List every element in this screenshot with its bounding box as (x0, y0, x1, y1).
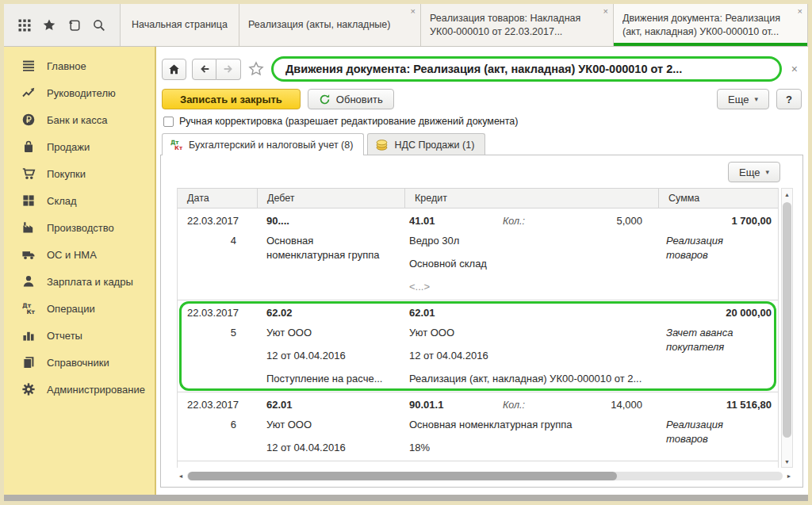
top-bar: Начальная страницаРеализация (акты, накл… (4, 4, 808, 47)
window-tab-home[interactable]: Начальная страница (121, 4, 239, 46)
sidebar-item-salary-hr[interactable]: Зарплата и кадры (4, 268, 155, 295)
detail-line: Уют ООО (409, 326, 658, 340)
tab-label: Бухгалтерский и налоговый учет (8) (189, 140, 353, 151)
table-body: 22.03.201790....41.01Кол.:5,0001 700,004… (178, 209, 778, 468)
table-row[interactable]: 22.03.201790....41.01Кол.:5,0001 700,004… (178, 209, 778, 300)
sidebar-item-main[interactable]: Главное (4, 52, 155, 79)
back-button[interactable] (192, 59, 216, 80)
factory-icon (21, 220, 36, 235)
window-bottom-edge (4, 495, 808, 501)
sidebar-item-label: ОС и НМА (47, 249, 97, 261)
vertical-scrollbar[interactable]: ▲ ▼ (781, 188, 793, 468)
more-label: Еще (728, 94, 749, 105)
detail-line: Ведро 30л (409, 234, 658, 248)
bar-chart-icon (21, 328, 36, 342)
home-button[interactable] (162, 59, 186, 80)
sidebar-item-directories[interactable]: Справочники (4, 349, 155, 376)
row-credit-details: Ведро 30лОсновной склад<...> (404, 234, 658, 294)
save-and-close-button[interactable]: Записать и закрыть (162, 89, 301, 109)
apps-grid-button[interactable] (15, 16, 34, 35)
window-tabs: Начальная страницаРеализация (акты, накл… (121, 4, 808, 46)
trend-chart-icon (21, 86, 36, 100)
help-button[interactable]: ? (776, 89, 802, 109)
vertical-scroll-track[interactable] (782, 200, 792, 456)
close-tab-icon[interactable]: × (798, 6, 802, 16)
star-icon (42, 18, 56, 33)
sidebar-item-label: Покупки (47, 168, 86, 180)
sidebar-item-label: Главное (47, 60, 86, 72)
manual-correction-checkbox[interactable] (163, 117, 174, 127)
sidebar-item-fixed-assets[interactable]: ОС и НМА (4, 241, 155, 268)
detail-line: Основная номенклатурная группа (409, 418, 658, 432)
sidebar-item-label: Операции (47, 303, 95, 315)
warehouse-icon (21, 193, 36, 208)
window-tab-label: Реализация товаров: Накладная УК00-00001… (430, 12, 597, 39)
row-quantity: 5,000 (525, 213, 658, 229)
horizontal-scrollbar[interactable]: ◄ ► (177, 470, 793, 482)
sidebar-item-bank-cash[interactable]: Банк и касса (4, 106, 155, 133)
vertical-scroll-thumb[interactable] (783, 202, 791, 438)
horizontal-scroll-track[interactable] (187, 472, 783, 480)
coins-icon (375, 138, 389, 151)
tab-vat-sales[interactable]: НДС Продажи (1) (367, 133, 485, 155)
table-more-button[interactable]: Еще ▾ (728, 162, 780, 182)
sidebar-item-label: Справочники (47, 357, 109, 369)
row-date: 22.03.2017 (178, 213, 257, 229)
forward-arrow-icon (222, 63, 235, 75)
sidebar-item-label: Производство (47, 222, 114, 234)
close-form-icon[interactable]: × (787, 63, 802, 75)
scroll-down-icon[interactable]: ▼ (782, 456, 792, 467)
row-debit-details: Основная номенклатурная группа (257, 234, 404, 294)
sidebar-item-operations[interactable]: ДтКтОперации (4, 295, 155, 322)
close-tab-icon[interactable]: × (411, 6, 416, 16)
menu-lines-icon (21, 59, 36, 73)
horizontal-scroll-thumb[interactable] (188, 472, 617, 480)
more-button[interactable]: Еще ▾ (717, 89, 769, 109)
apps-grid-icon (17, 18, 32, 33)
sidebar-item-manager[interactable]: Руководителю (4, 79, 155, 106)
window-tab-sales-invoice[interactable]: Реализация товаров: Накладная УК00-00001… (421, 4, 614, 46)
detail-line: Уют ООО (266, 418, 393, 432)
manual-correction-label: Ручная корректировка (разрешает редактир… (179, 116, 518, 127)
row-debit-details: Уют ООО12 от 04.04.2016Поступление на ра… (257, 326, 404, 386)
sidebar-item-administration[interactable]: Администрирование (4, 376, 155, 403)
sidebar-item-reports[interactable]: Отчеты (4, 322, 155, 349)
quantity-label: Кол.: (503, 213, 525, 229)
dtkt-color-icon: ДтКт (170, 138, 183, 151)
sidebar-item-purchases[interactable]: Покупки (4, 160, 155, 187)
sidebar-item-label: Администрирование (47, 384, 145, 396)
command-bar: Записать и закрыть Обновить Еще ▾ ? (160, 86, 803, 115)
column-header-1: Дебет (257, 189, 404, 208)
row-amount-note: Зачет аванса покупателя (658, 326, 755, 386)
row-debit-details: Уют ООО12 от 04.04.2016 (257, 418, 404, 455)
scroll-right-icon[interactable]: ► (785, 473, 793, 479)
table-row[interactable]: 22.03.201762.0190.01.1Кол.:14,00011 516,… (178, 392, 778, 461)
sidebar-item-production[interactable]: Производство (4, 214, 155, 241)
row-debit-account: 62.02 (257, 305, 404, 321)
search-button[interactable] (90, 16, 109, 35)
app-window: Начальная страницаРеализация (акты, накл… (4, 4, 808, 495)
favorite-button[interactable] (247, 59, 266, 78)
scroll-up-icon[interactable]: ▲ (782, 189, 792, 200)
quick-toolbar (4, 4, 121, 46)
window-tab-label: Движения документа: Реализация (акт, нак… (622, 12, 791, 39)
sidebar: ГлавноеРуководителюБанк и кассаПродажиПо… (4, 47, 156, 495)
close-tab-icon[interactable]: × (603, 6, 608, 16)
sidebar-item-warehouse[interactable]: Склад (4, 187, 155, 214)
window-tab-sales-docs[interactable]: Реализация (акты, накладные)× (239, 4, 421, 46)
row-number: 5 (178, 326, 257, 386)
history-button[interactable] (65, 16, 84, 35)
forward-button[interactable] (216, 59, 241, 80)
table-row[interactable]: 22.03.201762.0262.0120 000,005Уют ООО12 … (178, 300, 778, 392)
gear-icon (21, 382, 36, 396)
window-tab-label: Реализация (акты, накладные) (248, 18, 390, 32)
refresh-button[interactable]: Обновить (308, 89, 394, 109)
star-button[interactable] (40, 16, 59, 35)
scroll-left-icon[interactable]: ◄ (177, 473, 185, 479)
detail-line: 12 от 04.04.2016 (266, 441, 393, 455)
sidebar-item-sales[interactable]: Продажи (4, 133, 155, 160)
window-tab-doc-movements[interactable]: Движения документа: Реализация (акт, нак… (614, 4, 808, 46)
tab-accounting[interactable]: ДтКтБухгалтерский и налоговый учет (8) (162, 133, 364, 155)
detail-line: 18% (409, 441, 658, 455)
column-header-3: Сумма (658, 189, 778, 208)
